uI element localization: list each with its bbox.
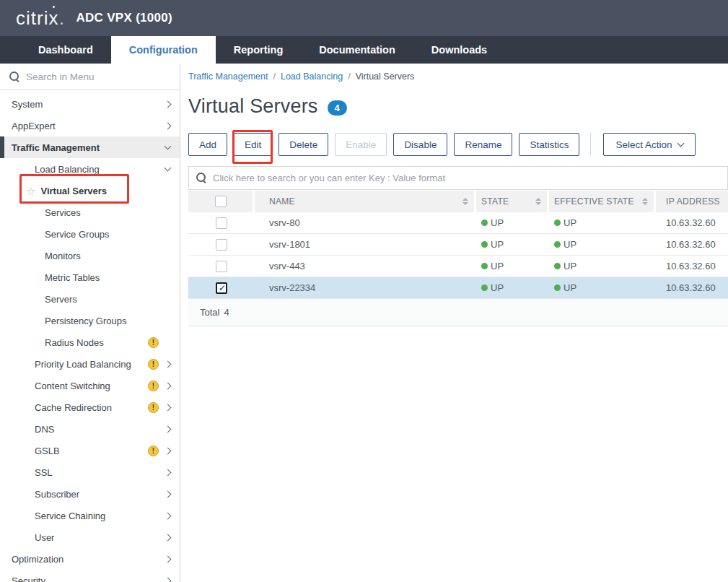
- row-checkbox[interactable]: [216, 261, 227, 272]
- sidebar-item-optimization[interactable]: Optimization: [0, 548, 180, 570]
- disable-button[interactable]: Disable: [393, 133, 447, 156]
- table-search-input[interactable]: [213, 173, 727, 183]
- sidebar-item-traffic-management[interactable]: Traffic Management: [0, 136, 180, 158]
- rename-button[interactable]: Rename: [454, 133, 512, 156]
- sidebar-item-persistency-groups[interactable]: Persistency Groups: [0, 310, 180, 331]
- app-header: citrix ADC VPX (1000): [0, 0, 728, 36]
- add-button[interactable]: Add: [188, 133, 227, 156]
- sidebar-item-system[interactable]: System: [0, 93, 180, 115]
- sidebar-item-content-switching[interactable]: Content Switching: [0, 375, 180, 396]
- select-all-header: [188, 191, 255, 212]
- table-row[interactable]: vsrv-1801 UP UP 10.63.32.60: [188, 234, 728, 256]
- chevron-down-icon: [165, 143, 172, 150]
- tab-reporting[interactable]: Reporting: [216, 36, 301, 64]
- sidebar-item-dns[interactable]: DNS: [0, 418, 180, 440]
- chevron-right-icon: [165, 100, 172, 108]
- status-up-dot-icon: [481, 263, 488, 269]
- table-row[interactable]: vsrv-80 UP UP 10.63.32.60: [188, 212, 728, 234]
- chevron-right-icon: [165, 490, 172, 498]
- chevron-right-icon: [165, 382, 172, 389]
- cell-effective-state: UP: [549, 261, 656, 272]
- cell-ip-address: 10.63.32.60: [656, 217, 728, 228]
- tab-documentation[interactable]: Documentation: [301, 36, 413, 64]
- sidebar-item-radius-nodes[interactable]: Radius Nodes: [0, 331, 180, 353]
- toolbar-divider: [590, 133, 591, 156]
- chevron-right-icon: [165, 447, 172, 454]
- tab-downloads[interactable]: Downloads: [413, 36, 505, 64]
- chevron-right-icon: [165, 469, 172, 476]
- column-header-state[interactable]: STATE: [476, 191, 549, 212]
- breadcrumb-separator: /: [273, 71, 275, 82]
- search-icon: [9, 71, 20, 82]
- breadcrumb-separator: /: [348, 71, 350, 82]
- warning-icon: [148, 381, 159, 391]
- star-icon: ☆: [26, 186, 35, 196]
- sidebar-item-service-chaining[interactable]: Service Chaining: [0, 505, 180, 526]
- chevron-right-icon: [165, 555, 172, 563]
- sidebar-item-subscriber[interactable]: Subscriber: [0, 483, 180, 505]
- sidebar-item-gslb[interactable]: GSLB: [0, 440, 180, 461]
- cell-name: vsrv-22334: [255, 282, 476, 293]
- sidebar-item-cache-redirection[interactable]: Cache Redirection: [0, 396, 180, 418]
- row-checkbox[interactable]: [216, 217, 227, 229]
- sort-icon[interactable]: [642, 198, 648, 205]
- table-row-selected[interactable]: vsrv-22334 UP UP 10.63.32.60: [188, 277, 728, 299]
- select-all-checkbox[interactable]: [215, 196, 227, 207]
- cell-name: vsrv-1801: [255, 239, 476, 250]
- select-action-dropdown[interactable]: Select Action: [603, 133, 695, 156]
- column-header-ip-address[interactable]: IP ADDRESS: [656, 191, 728, 212]
- breadcrumb: Traffic Management / Load Balancing / Vi…: [188, 71, 728, 82]
- sidebar-item-service-groups[interactable]: Service Groups: [0, 223, 180, 245]
- column-header-effective-state[interactable]: EFFECTIVE STATE: [549, 191, 656, 212]
- tab-dashboard[interactable]: Dashboard: [20, 36, 111, 64]
- table-row[interactable]: vsrv-443 UP UP 10.63.32.60: [188, 256, 728, 277]
- chevron-right-icon: [165, 360, 172, 368]
- sidebar-search-input[interactable]: [26, 71, 163, 82]
- status-up-dot-icon: [554, 220, 561, 226]
- table-search[interactable]: [188, 166, 728, 190]
- sidebar-item-services[interactable]: Services: [0, 201, 180, 223]
- table-footer: Total 4: [188, 299, 728, 326]
- sidebar-item-appexpert[interactable]: AppExpert: [0, 115, 180, 136]
- sidebar-item-ssl[interactable]: SSL: [0, 461, 180, 483]
- sidebar-item-servers[interactable]: Servers: [0, 288, 180, 310]
- breadcrumb-traffic-management[interactable]: Traffic Management: [188, 71, 268, 82]
- sidebar-item-load-balancing[interactable]: Load Balancing: [0, 158, 180, 180]
- primary-nav: Dashboard Configuration Reporting Docume…: [0, 36, 728, 64]
- warning-icon: [148, 337, 159, 348]
- tab-configuration[interactable]: Configuration: [111, 36, 216, 64]
- sidebar-item-priority-load-balancing[interactable]: Priority Load Balancing: [0, 353, 180, 375]
- chevron-right-icon: [165, 404, 172, 411]
- cell-ip-address: 10.63.32.60: [656, 282, 728, 293]
- sidebar-item-security[interactable]: Security: [0, 570, 180, 582]
- total-value: 4: [224, 307, 229, 318]
- sidebar-menu: System AppExpert Traffic Management Load…: [0, 90, 180, 582]
- status-up-dot-icon: [481, 285, 488, 291]
- delete-button[interactable]: Delete: [279, 133, 328, 156]
- cell-name: vsrv-443: [255, 261, 476, 272]
- app-window: citrix ADC VPX (1000) Dashboard Configur…: [0, 0, 728, 582]
- sidebar-item-virtual-servers[interactable]: ☆ Virtual Servers: [0, 180, 180, 201]
- statistics-button[interactable]: Statistics: [519, 133, 579, 156]
- sidebar-item-user[interactable]: User: [0, 526, 180, 548]
- chevron-right-icon: [165, 512, 172, 519]
- sidebar-search[interactable]: [0, 64, 180, 90]
- sort-icon[interactable]: [535, 198, 541, 205]
- sort-icon[interactable]: [462, 198, 468, 205]
- sidebar-item-monitors[interactable]: Monitors: [0, 245, 180, 266]
- breadcrumb-current: Virtual Servers: [356, 71, 415, 82]
- column-header-name[interactable]: NAME: [255, 191, 476, 212]
- toolbar: Add Edit Delete Enable Disable Rename St…: [188, 133, 728, 156]
- virtual-servers-table: NAME STATE EFFECTIVE STATE IP ADDRESS: [188, 191, 728, 326]
- chevron-right-icon: [165, 122, 172, 129]
- row-checkbox[interactable]: [216, 239, 227, 251]
- status-up-dot-icon: [554, 285, 561, 291]
- sidebar-item-metric-tables[interactable]: Metric Tables: [0, 266, 180, 288]
- breadcrumb-load-balancing[interactable]: Load Balancing: [281, 71, 343, 82]
- cell-ip-address: 10.63.32.60: [656, 261, 728, 272]
- row-checkbox-checked[interactable]: [216, 282, 227, 294]
- cell-effective-state: UP: [549, 239, 656, 250]
- edit-button[interactable]: Edit: [234, 133, 272, 156]
- chevron-right-icon: [165, 425, 172, 433]
- cell-effective-state: UP: [549, 282, 656, 293]
